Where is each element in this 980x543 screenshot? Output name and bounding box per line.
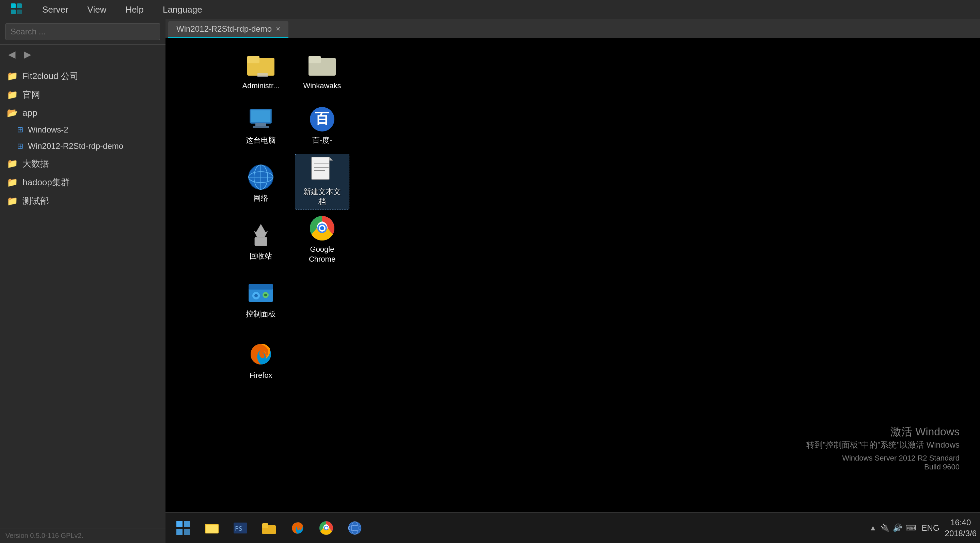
icon-label: GoogleChrome bbox=[309, 245, 336, 264]
rdp-tab-title: Win2012-R2Std-rdp-demo bbox=[177, 24, 272, 34]
rdp-tab[interactable]: Win2012-R2Std-rdp-demo × bbox=[168, 21, 288, 38]
desktop-icon-firefox[interactable]: Firefox bbox=[234, 338, 288, 383]
icon-label: 百-度- bbox=[312, 135, 332, 145]
desktop-icon-network[interactable]: 网络 bbox=[234, 161, 288, 206]
search-bar bbox=[0, 19, 165, 45]
top-menubar: Server View Help Language bbox=[0, 0, 980, 19]
menu-language[interactable]: Language bbox=[160, 3, 205, 16]
network-icon bbox=[247, 164, 274, 191]
recycle-icon bbox=[247, 221, 274, 249]
volume-icon: 🔊 bbox=[893, 524, 902, 532]
nav-prev-button[interactable]: ◀ bbox=[5, 47, 18, 61]
rdp-tab-close-button[interactable]: × bbox=[276, 24, 280, 33]
desktop-icon-new-text[interactable]: 新建文本文档 bbox=[295, 154, 349, 210]
tree-container: 📁 Fit2cloud 公司 📁 官网 📂 app ⊞ Windows-2 ⊞ … bbox=[0, 64, 165, 528]
sidebar-item-testdept[interactable]: 📁 测试部 bbox=[0, 192, 165, 210]
desktop-icon-control-panel[interactable]: 控制面板 bbox=[234, 277, 288, 322]
icon-label: 控制面板 bbox=[246, 309, 276, 319]
svg-rect-41 bbox=[184, 521, 190, 527]
svg-point-32 bbox=[320, 226, 324, 230]
rdp-area: Win2012-R2Std-rdp-demo × Administr... bbox=[165, 19, 980, 543]
folder-icon: 📁 bbox=[7, 89, 18, 100]
nav-next-button[interactable]: ▶ bbox=[21, 47, 34, 61]
folder-icon: 📁 bbox=[7, 196, 18, 207]
sys-tray: ▲ 🔌 🔊 ⌨ bbox=[869, 524, 916, 532]
svg-rect-50 bbox=[262, 523, 268, 528]
svg-point-55 bbox=[325, 526, 328, 529]
icon-label: Firefox bbox=[249, 371, 272, 381]
menu-view[interactable]: View bbox=[85, 3, 109, 16]
svg-rect-5 bbox=[247, 56, 259, 64]
rdp-tabs: Win2012-R2Std-rdp-demo × bbox=[165, 19, 980, 38]
sidebar-item-bigdata[interactable]: 📁 大数据 bbox=[0, 154, 165, 173]
svg-rect-42 bbox=[177, 529, 183, 535]
svg-rect-34 bbox=[248, 284, 273, 290]
desktop-icon-winkawaks[interactable]: Winkawaks bbox=[295, 48, 349, 94]
remote-desktop[interactable]: Administr... Winkawaks bbox=[165, 38, 980, 512]
sidebar-item-hadoop[interactable]: 📁 hadoop集群 bbox=[0, 173, 165, 192]
nav-arrows: ◀ ▶ bbox=[0, 45, 165, 64]
icon-label: Winkawaks bbox=[303, 81, 341, 91]
file-explorer-button[interactable] bbox=[198, 514, 226, 541]
sidebar-item-label: 大数据 bbox=[22, 158, 49, 170]
icon-label: Administr... bbox=[242, 81, 280, 91]
logo-icon bbox=[10, 2, 23, 17]
folder-icon bbox=[247, 51, 274, 78]
start-button[interactable] bbox=[170, 514, 197, 541]
sidebar-item-label: Windows-2 bbox=[28, 125, 68, 135]
desktop-icon-recycle[interactable]: 回收站 bbox=[234, 219, 288, 264]
sidebar-item-label: 测试部 bbox=[22, 195, 49, 207]
desktop-icon-chrome[interactable]: GoogleChrome bbox=[295, 212, 349, 267]
chevron-up-icon[interactable]: ▲ bbox=[869, 524, 877, 532]
menu-help[interactable]: Help bbox=[123, 3, 146, 16]
taskbar-chrome-button[interactable] bbox=[313, 514, 340, 541]
language-indicator[interactable]: ENG bbox=[922, 523, 939, 533]
svg-rect-27 bbox=[255, 237, 267, 246]
icon-label: 回收站 bbox=[250, 252, 272, 261]
sidebar-item-guanwang[interactable]: 📁 官网 bbox=[0, 86, 165, 104]
svg-point-38 bbox=[264, 294, 267, 296]
desktop-icon-this-pc[interactable]: 这台电脑 bbox=[234, 103, 288, 148]
folder-icon: 📁 bbox=[7, 177, 18, 188]
baidu-icon: 百 bbox=[309, 106, 336, 133]
sidebar: ◀ ▶ 📁 Fit2cloud 公司 📁 官网 📂 app ⊞ Windows-… bbox=[0, 19, 165, 543]
control-panel-icon bbox=[247, 279, 274, 307]
icon-label: 新建文本文档 bbox=[304, 187, 341, 207]
windows-icon: ⊞ bbox=[17, 142, 23, 151]
menu-server[interactable]: Server bbox=[40, 3, 71, 16]
sidebar-item-windows2[interactable]: ⊞ Windows-2 bbox=[0, 122, 165, 138]
textfile-icon bbox=[309, 157, 336, 184]
activate-watermark: 激活 Windows 转到"控制面板"中的"系统"以激活 Windows Win… bbox=[807, 424, 959, 471]
taskbar-firefox-button[interactable] bbox=[284, 514, 311, 541]
sidebar-item-label: Fit2cloud 公司 bbox=[22, 70, 79, 82]
svg-point-36 bbox=[255, 294, 258, 298]
sidebar-item-app[interactable]: 📂 app bbox=[0, 104, 165, 122]
windows-icon: ⊞ bbox=[17, 125, 23, 134]
icon-label: 这台电脑 bbox=[246, 135, 276, 145]
build-info: Build 9600 bbox=[807, 463, 959, 471]
svg-rect-6 bbox=[258, 73, 268, 77]
desktop-icon-administrators[interactable]: Administr... bbox=[234, 48, 288, 94]
svg-rect-8 bbox=[309, 56, 321, 64]
sidebar-item-win2012[interactable]: ⊞ Win2012-R2Std-rdp-demo bbox=[0, 138, 165, 154]
system-clock[interactable]: 16:40 2018/3/6 bbox=[945, 517, 977, 538]
sidebar-item-label: Win2012-R2Std-rdp-demo bbox=[28, 142, 123, 151]
folder-icon: 📁 bbox=[7, 71, 18, 81]
desktop-icon-baidu[interactable]: 百 百-度- bbox=[295, 103, 349, 148]
powershell-button[interactable]: PS bbox=[227, 514, 254, 541]
svg-rect-40 bbox=[177, 521, 183, 527]
network-tray-icon: 🔌 bbox=[880, 524, 889, 532]
clock-date: 2018/3/6 bbox=[945, 528, 977, 538]
svg-text:PS: PS bbox=[235, 525, 242, 532]
sidebar-item-fit2cloud[interactable]: 📁 Fit2cloud 公司 bbox=[0, 67, 165, 86]
icon-label: 网络 bbox=[253, 193, 268, 203]
taskbar-network-button[interactable] bbox=[341, 514, 368, 541]
svg-rect-12 bbox=[253, 126, 269, 128]
search-input[interactable] bbox=[5, 23, 160, 40]
firefox-icon bbox=[247, 341, 274, 368]
folder-open-icon: 📂 bbox=[7, 108, 18, 118]
taskbar: PS bbox=[165, 512, 980, 543]
folder-icon: 📁 bbox=[7, 158, 18, 169]
folder-button[interactable] bbox=[255, 514, 283, 541]
svg-text:百: 百 bbox=[315, 110, 329, 126]
